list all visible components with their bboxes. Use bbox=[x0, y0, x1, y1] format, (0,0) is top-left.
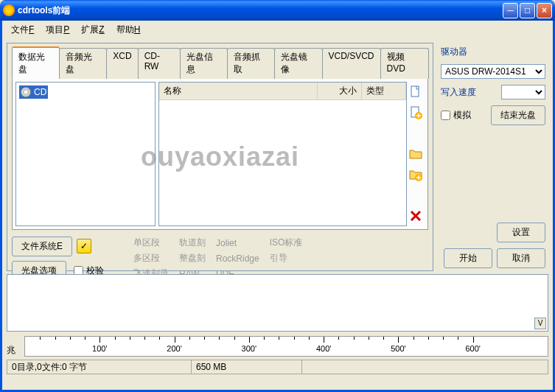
add-folder-plus-icon[interactable] bbox=[408, 167, 423, 182]
size-ruler: 100'200'300'400'500'600' bbox=[24, 336, 548, 357]
svg-rect-0 bbox=[411, 86, 419, 97]
drive-select[interactable]: ASUS DRW-2014S1 bbox=[441, 64, 545, 79]
tab-7[interactable]: VCD/SVCD bbox=[322, 48, 381, 79]
ruler-tick: 500' bbox=[391, 344, 405, 353]
ruler-tick: 400' bbox=[316, 344, 331, 353]
col-name[interactable]: 名称 bbox=[159, 83, 318, 99]
add-file-plus-icon[interactable] bbox=[408, 105, 423, 120]
tab-6[interactable]: 光盘镜像 bbox=[274, 48, 322, 79]
tab-0[interactable]: 数据光盘 bbox=[12, 46, 60, 79]
maximize-button[interactable]: □ bbox=[520, 3, 535, 18]
menu-project[interactable]: 项目P bbox=[41, 22, 74, 38]
delete-icon[interactable] bbox=[408, 209, 423, 223]
window-title: cdrtools前端 bbox=[18, 4, 503, 17]
finalize-button[interactable]: 结束光盘 bbox=[491, 105, 545, 125]
close-button[interactable]: × bbox=[537, 3, 552, 18]
ruler-tick: 300' bbox=[242, 344, 256, 353]
simulate-checkbox[interactable]: 模拟 bbox=[441, 109, 471, 122]
cd-icon bbox=[21, 87, 31, 97]
col-type[interactable]: 类型 bbox=[362, 83, 406, 99]
status-rest bbox=[302, 360, 548, 374]
speed-label: 写入速度 bbox=[441, 86, 476, 99]
settings-button[interactable]: 设置 bbox=[497, 223, 545, 242]
disc-tree[interactable]: CD bbox=[15, 82, 156, 226]
tab-8[interactable]: 视频DVD bbox=[380, 48, 429, 79]
tree-root-node[interactable]: CD bbox=[19, 85, 48, 99]
drive-label: 驱动器 bbox=[441, 46, 545, 58]
tree-root-label: CD bbox=[34, 87, 46, 97]
start-button[interactable]: 开始 bbox=[444, 248, 492, 268]
log-textarea[interactable]: V bbox=[7, 274, 548, 332]
tab-3[interactable]: CD-RW bbox=[138, 48, 181, 79]
app-icon bbox=[3, 4, 15, 16]
add-file-icon[interactable] bbox=[408, 85, 423, 99]
tab-5[interactable]: 音频抓取 bbox=[227, 48, 275, 79]
menu-file[interactable]: 文件F bbox=[7, 22, 38, 38]
ruler-tick: 600' bbox=[465, 344, 480, 353]
col-size[interactable]: 大小 bbox=[318, 83, 362, 99]
ruler-tick: 100' bbox=[92, 344, 107, 353]
menu-help[interactable]: 帮助H bbox=[112, 22, 145, 38]
filesystem-button[interactable]: 文件系统E bbox=[12, 237, 72, 256]
menu-extend[interactable]: 扩展Z bbox=[77, 22, 108, 38]
speed-select[interactable] bbox=[501, 85, 545, 99]
file-list[interactable]: 名称 大小 类型 bbox=[158, 82, 407, 226]
tab-4[interactable]: 光盘信息 bbox=[180, 48, 228, 79]
tab-2[interactable]: XCD bbox=[106, 48, 138, 79]
status-size: 650 MB bbox=[192, 360, 302, 374]
status-files: 0目录,0文件:0 字节 bbox=[7, 360, 192, 374]
add-folder-icon[interactable] bbox=[408, 147, 423, 161]
cancel-button[interactable]: 取消 bbox=[497, 248, 545, 268]
ruler-tick: 200' bbox=[167, 344, 181, 353]
ruler-unit: 兆 bbox=[7, 344, 21, 357]
tab-1[interactable]: 音频光盘 bbox=[59, 48, 107, 79]
filesystem-check-icon[interactable]: ✓ bbox=[77, 239, 91, 253]
v-button[interactable]: V bbox=[534, 318, 546, 329]
minimize-button[interactable]: ─ bbox=[503, 3, 518, 18]
